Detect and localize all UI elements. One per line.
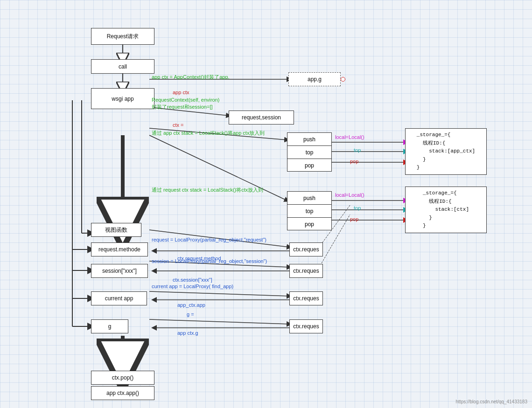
ctx-pop-box: ctx.pop() xyxy=(91,371,154,385)
label-app-ctx-g: app ctx.g xyxy=(177,330,198,336)
g-box: g xyxy=(91,319,128,333)
stack1-pop: pop xyxy=(287,159,331,172)
request-session-box: request,session xyxy=(229,111,294,124)
diagram-canvas: Request请求 call wsgi app app,g request,se… xyxy=(0,0,532,408)
label-g-assign: g = xyxy=(187,311,194,317)
app-g-label: app,g xyxy=(308,76,322,83)
svg-line-17 xyxy=(149,291,289,296)
g-label: g xyxy=(108,323,112,330)
storage1-text: _storage_={ 线程ID:{ stack:[app_ctx] } } xyxy=(417,131,475,172)
request-methode-box: request.methode xyxy=(91,242,148,256)
label-app-ctx-assign: app ctx = AppContext()封装了app, xyxy=(152,74,230,81)
stack1-group: push top pop xyxy=(287,132,332,172)
watermark: https://blog.csdn.net/qq_41433183 xyxy=(456,399,527,404)
label-app-ctx-app: app_ctx.app xyxy=(177,302,205,308)
stack2-pop: pop xyxy=(287,218,331,231)
label-top2: top xyxy=(354,205,361,211)
label-through-req: 通过 request ctx stack = LocalStack()将ctx放… xyxy=(152,187,263,194)
label-request-proxy: request = LocalProxy(partial_reg_object,… xyxy=(152,237,266,242)
ctx3-label: ctx.reques xyxy=(293,295,319,302)
label-top1: top xyxy=(354,147,361,153)
ctx3-box: ctx.reques xyxy=(289,291,323,305)
ctx4-box: ctx.reques xyxy=(289,319,323,333)
wsgi-box: wsgi app xyxy=(91,88,154,109)
request-box: Request请求 xyxy=(91,28,154,45)
stack1-push: push xyxy=(287,133,331,146)
current-app-box: current app xyxy=(91,291,147,305)
request-label: Request请求 xyxy=(107,33,139,41)
view-func-box: 视图函数 xyxy=(91,223,141,237)
storage2-text: _storage_={ 线程ID:{ stack:[ctx] } } xyxy=(423,189,469,230)
session-xxx-box: session["xxx"] xyxy=(91,264,148,278)
call-label: call xyxy=(119,63,127,70)
label-session-proxy: session = LocalProxy(partial_reg_object,… xyxy=(152,258,267,264)
label-ctx-assign: ctx = xyxy=(173,122,184,128)
wsgi-label: wsgi app xyxy=(112,96,133,102)
request-methode-label: request.methode xyxy=(98,246,140,253)
label-current-app-proxy: current app = LocalProxy( find_app) xyxy=(152,284,233,289)
label-local1: local=Local() xyxy=(335,134,364,140)
label-request-context: RequestContext(self, environ) xyxy=(152,97,220,103)
call-box: call xyxy=(91,59,154,74)
ctx2-box: ctx.reques xyxy=(289,264,323,278)
request-session-label: request,session xyxy=(242,114,281,121)
app-ctx-app-label: app ctx.app() xyxy=(106,390,139,396)
app-ctx-app-box: app ctx.app() xyxy=(91,386,154,400)
label-pop2: pop xyxy=(350,216,358,222)
label-through-app: 通过 app ctx stack = LocalStack()将app ctx放… xyxy=(152,130,265,137)
label-wrapped-request: 封装了request和session=[] xyxy=(152,104,213,111)
ctx1-box: ctx.reques xyxy=(289,242,323,256)
label-ctx-session: ctx.session["xxx"] xyxy=(173,277,212,283)
app-g-circle xyxy=(341,77,345,82)
ctx1-label: ctx.reques xyxy=(293,246,319,253)
label-local2: local=Local() xyxy=(335,192,364,198)
current-app-label: current app xyxy=(105,295,133,302)
ctx2-label: ctx.reques xyxy=(293,268,319,274)
ctx4-label: ctx.reques xyxy=(293,323,319,330)
svg-line-19 xyxy=(149,319,289,324)
stack1-top: top xyxy=(287,146,331,159)
stack2-push: push xyxy=(287,192,331,205)
stack2-group: push top pop xyxy=(287,191,332,230)
view-func-label: 视图函数 xyxy=(105,226,127,234)
storage1-box: _storage_={ 线程ID:{ stack:[app_ctx] } } xyxy=(405,128,487,175)
ctx-pop-label: ctx.pop() xyxy=(112,374,134,381)
label-pop1: pop xyxy=(350,159,358,164)
session-xxx-label: session["xxx"] xyxy=(102,268,137,274)
stack2-top: top xyxy=(287,205,331,218)
app-g-box: app,g xyxy=(288,72,341,86)
storage2-box: _storage_={ 线程ID:{ stack:[ctx] } } xyxy=(405,187,487,233)
label-app-ctx: app ctx xyxy=(173,90,189,95)
